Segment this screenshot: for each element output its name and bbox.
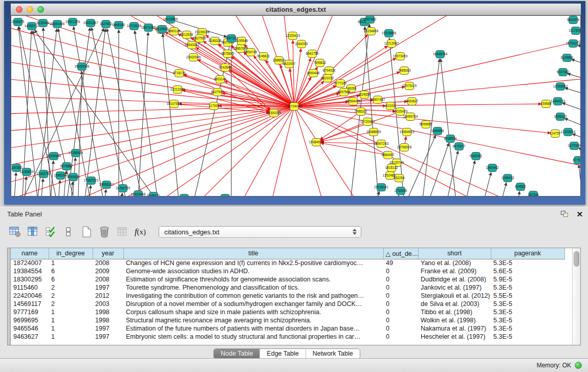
table-vertical-scrollbar[interactable] <box>572 248 580 345</box>
table-cell[interactable]: 1 <box>49 324 93 333</box>
table-cell[interactable]: 1997 <box>93 333 123 341</box>
network-node[interactable]: 10719155 <box>127 23 142 30</box>
column-header-pagerank[interactable]: pagerank <box>491 248 564 259</box>
network-node[interactable]: 9227342 <box>557 69 570 76</box>
table-cell[interactable]: 0 <box>383 316 418 324</box>
table-cell[interactable]: 2008 <box>93 275 123 283</box>
table-cell[interactable]: 0 <box>383 275 418 283</box>
network-node[interactable]: 19654923 <box>400 128 415 136</box>
table-cell[interactable]: Stergiakouli et al. (2012) <box>418 292 491 300</box>
table-cell[interactable]: 9465546 <box>11 324 49 333</box>
tab-network-table[interactable]: Network Table <box>306 349 360 359</box>
network-canvas[interactable]: 1872400771638228860128891293423226038982… <box>11 15 581 196</box>
network-node[interactable]: 6466160 <box>113 21 125 29</box>
network-node[interactable]: 117006 <box>209 102 220 110</box>
table-cell[interactable]: 5.3E-5 <box>491 300 564 308</box>
network-node[interactable]: 7955812 <box>314 59 326 67</box>
table-settings-icon[interactable] <box>8 225 21 238</box>
table-cell[interactable]: 1 <box>49 308 93 316</box>
network-node[interactable]: 10688609 <box>366 128 381 136</box>
network-node[interactable]: 16782759 <box>116 185 130 192</box>
network-node[interactable]: 12213389 <box>170 86 185 94</box>
table-cell[interactable]: 5.3E-5 <box>491 283 564 292</box>
table-cell[interactable]: Structural magnetic resonance image aver… <box>123 316 383 324</box>
network-node[interactable]: 9129966 <box>561 54 574 62</box>
table-select-dropdown[interactable]: citations_edges.txt <box>159 226 361 238</box>
network-node[interactable]: 2305575 <box>12 18 25 26</box>
network-node[interactable]: 19571376 <box>66 18 80 26</box>
network-node[interactable]: 1364093 <box>295 40 308 48</box>
network-node[interactable]: 124757 <box>550 130 561 138</box>
network-node[interactable]: 18671388 <box>141 24 156 32</box>
network-node[interactable]: 8186328 <box>209 37 222 45</box>
table-cell[interactable]: 5.5E-5 <box>491 292 564 300</box>
table-cell[interactable]: 1997 <box>93 283 123 292</box>
table-cell[interactable]: 2 <box>49 300 93 308</box>
network-node[interactable]: 12103054 <box>561 128 576 136</box>
network-node[interactable]: 252254 <box>394 174 405 182</box>
table-cell[interactable]: Investigating the contribution of common… <box>123 292 383 300</box>
table-cell[interactable]: 18300295 <box>11 275 49 283</box>
table-cell[interactable]: Tibbo et al. (1998) <box>418 308 491 316</box>
network-node[interactable]: 1250515 <box>67 173 80 181</box>
network-node[interactable]: 8422057 <box>283 60 296 68</box>
network-node[interactable]: 9811974 <box>567 16 580 24</box>
network-node[interactable]: 7986322 <box>355 108 367 116</box>
network-node[interactable]: 9699695 <box>420 121 432 128</box>
table-cell[interactable]: 2 <box>49 283 93 292</box>
table-row[interactable]: 2242004622012Investigating the contribut… <box>11 292 564 300</box>
table-cell[interactable]: de Silva et al. (2003) <box>418 300 491 308</box>
network-node[interactable]: 12093582 <box>553 83 568 91</box>
table-cell[interactable]: 0 <box>383 308 418 316</box>
network-node[interactable]: 16648784 <box>433 51 448 58</box>
network-node[interactable]: 8938934 <box>444 135 457 143</box>
network-node[interactable]: 19218506 <box>382 30 397 37</box>
network-node[interactable]: 15751074 <box>566 40 580 48</box>
table-cell[interactable]: 19384554 <box>11 267 49 275</box>
table-cell[interactable]: 0 <box>383 283 418 292</box>
table-cell[interactable]: 5.3E-5 <box>491 316 564 324</box>
table-cell[interactable]: 5.3E-5 <box>491 308 564 316</box>
table-cell[interactable]: 1997 <box>93 324 123 333</box>
network-node[interactable]: 1990448 <box>307 70 320 77</box>
network-node[interactable]: 16154808 <box>364 28 379 35</box>
network-node[interactable]: 1545194 <box>54 172 67 180</box>
table-cell[interactable]: Dudbridge et al. (2008) <box>418 275 491 283</box>
table-cell[interactable]: Wolkin et al. (1998) <box>418 316 491 324</box>
table-row[interactable]: 946362711997Embryonic stem cells: a mode… <box>11 333 564 341</box>
table-cell[interactable]: 9115460 <box>11 283 49 292</box>
create-table-icon[interactable] <box>80 225 93 238</box>
network-node[interactable]: 20691406 <box>50 20 65 28</box>
network-node[interactable]: 924502 <box>515 183 526 191</box>
column-header-short[interactable]: short <box>418 248 491 259</box>
citation-network-graph[interactable]: 1872400771638228860128891293423226038982… <box>11 16 580 196</box>
network-node[interactable]: 7485063 <box>398 67 411 75</box>
table-cell[interactable]: Estimation of the future numbers of pati… <box>123 324 383 333</box>
network-node[interactable]: 19136141 <box>374 184 389 191</box>
table-cell[interactable]: 5.3E-5 <box>491 324 564 333</box>
network-node[interactable]: 18907243 <box>374 140 389 148</box>
function-builder-icon[interactable]: f(x) <box>134 225 147 238</box>
network-node[interactable]: 11173044 <box>569 27 580 35</box>
table-row[interactable]: 911546021997Tourette syndrome. Phenomeno… <box>11 283 564 292</box>
table-cell[interactable]: 2003 <box>93 300 123 308</box>
network-node[interactable]: 12975115 <box>402 82 417 90</box>
network-node[interactable]: 19384554 <box>309 139 324 146</box>
table-cell[interactable]: Hescheler et al. (1997) <box>418 333 491 341</box>
table-cell[interactable]: 9777169 <box>11 308 49 316</box>
select-columns-icon[interactable] <box>26 225 39 238</box>
network-window-titlebar[interactable]: citations_edges.txt <box>11 4 581 15</box>
table-cell[interactable]: Genome-wide association studies in ADHD. <box>123 267 383 275</box>
network-node[interactable]: 7615520 <box>156 26 169 33</box>
table-cell[interactable]: 0 <box>383 267 418 275</box>
network-node[interactable]: 6961758 <box>306 50 319 58</box>
table-row[interactable]: 1938455462009Genome-wide association stu… <box>11 267 564 275</box>
network-node[interactable]: 1656113 <box>554 113 567 121</box>
import-table-icon[interactable] <box>116 225 129 238</box>
table-cell[interactable]: 14569117 <box>11 300 49 308</box>
network-node[interactable]: 9821032 <box>321 75 334 82</box>
table-cell[interactable]: Nakamura et al. (1997) <box>418 324 491 333</box>
table-cell[interactable]: Franke et al. (2009) <box>418 267 491 275</box>
column-header-out_de[interactable]: △ out_de… <box>383 248 418 259</box>
table-cell[interactable]: Corpus callosum shape and size in male p… <box>123 308 383 316</box>
